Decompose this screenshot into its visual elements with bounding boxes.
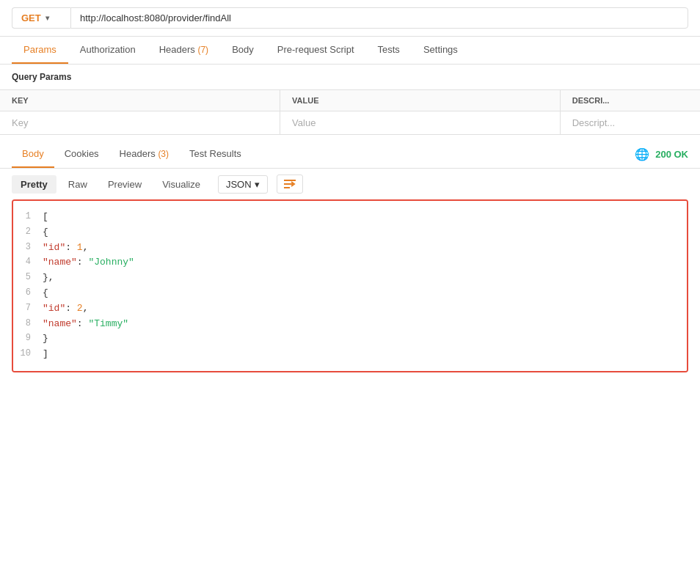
view-tabs: Pretty Raw Preview Visualize JSON ▾ [0, 169, 700, 199]
query-params-label: Query Params [0, 65, 700, 89]
headers-badge: (7) [197, 45, 208, 55]
json-punct: , [83, 242, 89, 253]
code-line: 6 { [13, 286, 687, 301]
line-content: [ [43, 210, 687, 225]
line-content: "id": 1, [43, 240, 687, 256]
json-punct: : [65, 303, 77, 314]
line-number: 2 [13, 225, 43, 239]
url-bar: GET ▾ [0, 0, 700, 37]
format-chevron-icon: ▾ [255, 179, 260, 190]
desc-cell[interactable]: Descript... [560, 111, 700, 135]
tab-authorization[interactable]: Authorization [68, 37, 147, 64]
line-content: }, [43, 271, 687, 286]
tab-prerequest[interactable]: Pre-request Script [266, 37, 366, 64]
tab-response-body[interactable]: Body [12, 141, 54, 168]
json-brace: { [43, 227, 48, 238]
params-table: KEY VALUE DESCRI... Key Value Descript..… [0, 89, 700, 135]
code-line: 3 "id": 1, [13, 240, 687, 256]
json-string: "Timmy" [88, 318, 128, 329]
method-select[interactable]: GET ▾ [12, 7, 70, 29]
col-header-key: KEY [0, 90, 280, 111]
json-punct: : [77, 257, 89, 268]
json-brace: }, [43, 272, 54, 283]
wrap-icon [283, 178, 296, 190]
request-tabs: Params Authorization Headers (7) Body Pr… [0, 37, 700, 65]
json-punct: , [83, 303, 89, 314]
json-string: "Johnny" [88, 257, 134, 268]
json-bracket: [ [43, 211, 48, 222]
table-row: Key Value Descript... [0, 111, 700, 135]
col-header-value: VALUE [280, 90, 561, 111]
json-brace: } [43, 333, 48, 344]
line-content: ] [43, 347, 687, 362]
tab-test-results[interactable]: Test Results [179, 141, 252, 168]
json-response-container: 1[2 {3 "id": 1,4 "name": "Johnny"5 },6 {… [12, 199, 688, 372]
json-number: 1 [77, 242, 83, 253]
code-line: 1[ [13, 210, 687, 225]
line-content: "name": "Timmy" [43, 317, 687, 332]
response-section: Body Cookies Headers (3) Test Results 🌐 … [0, 141, 700, 372]
line-number: 1 [13, 210, 43, 224]
line-number: 5 [13, 271, 43, 284]
json-bracket: ] [43, 348, 48, 359]
code-line: 8 "name": "Timmy" [13, 317, 687, 332]
view-tab-raw[interactable]: Raw [59, 175, 96, 194]
line-content: "name": "Johnny" [43, 255, 687, 271]
tab-settings[interactable]: Settings [412, 37, 470, 64]
col-header-desc: DESCRI... [560, 90, 700, 111]
key-cell[interactable]: Key [0, 111, 280, 135]
json-key: "name" [43, 257, 77, 268]
line-content: } [43, 331, 687, 347]
value-cell[interactable]: Value [280, 111, 561, 135]
line-number: 8 [13, 317, 43, 331]
chevron-down-icon: ▾ [45, 14, 49, 22]
status-badge: 200 OK [655, 149, 688, 160]
json-key: "id" [43, 242, 65, 253]
code-line: 2 { [13, 225, 687, 240]
globe-icon: 🌐 [635, 147, 649, 161]
code-line: 9 } [13, 331, 687, 347]
url-input[interactable] [70, 7, 688, 29]
json-key: "name" [43, 318, 77, 329]
json-punct: : [65, 242, 77, 253]
format-label: JSON [226, 179, 252, 190]
line-number: 6 [13, 286, 43, 300]
code-line: 7 "id": 2, [13, 301, 687, 317]
json-key: "id" [43, 303, 65, 314]
code-line: 10] [13, 347, 687, 362]
response-tabs: Body Cookies Headers (3) Test Results 🌐 … [0, 141, 700, 169]
view-tab-preview[interactable]: Preview [99, 175, 150, 194]
line-number: 10 [13, 347, 43, 361]
view-tab-pretty[interactable]: Pretty [12, 175, 56, 194]
tab-headers[interactable]: Headers (7) [147, 37, 220, 64]
json-punct: : [77, 318, 89, 329]
line-number: 9 [13, 331, 43, 345]
tab-response-cookies[interactable]: Cookies [54, 141, 109, 168]
wrap-button[interactable] [277, 174, 303, 194]
method-label: GET [21, 12, 41, 23]
line-number: 7 [13, 301, 43, 315]
json-number: 2 [77, 303, 83, 314]
line-content: { [43, 286, 687, 301]
tab-tests[interactable]: Tests [366, 37, 412, 64]
view-tab-visualize[interactable]: Visualize [153, 175, 209, 194]
code-line: 5 }, [13, 271, 687, 286]
response-status: 🌐 200 OK [635, 147, 688, 161]
code-line: 4 "name": "Johnny" [13, 255, 687, 271]
format-select[interactable]: JSON ▾ [218, 175, 268, 194]
tab-params[interactable]: Params [12, 37, 68, 64]
tab-body[interactable]: Body [220, 37, 266, 64]
json-brace: { [43, 287, 48, 298]
json-code-block: 1[2 {3 "id": 1,4 "name": "Johnny"5 },6 {… [13, 201, 687, 371]
line-number: 4 [13, 255, 43, 269]
line-content: "id": 2, [43, 301, 687, 317]
line-content: { [43, 225, 687, 240]
line-number: 3 [13, 240, 43, 254]
tab-response-headers[interactable]: Headers (3) [109, 141, 179, 168]
response-headers-badge: (3) [158, 149, 169, 159]
